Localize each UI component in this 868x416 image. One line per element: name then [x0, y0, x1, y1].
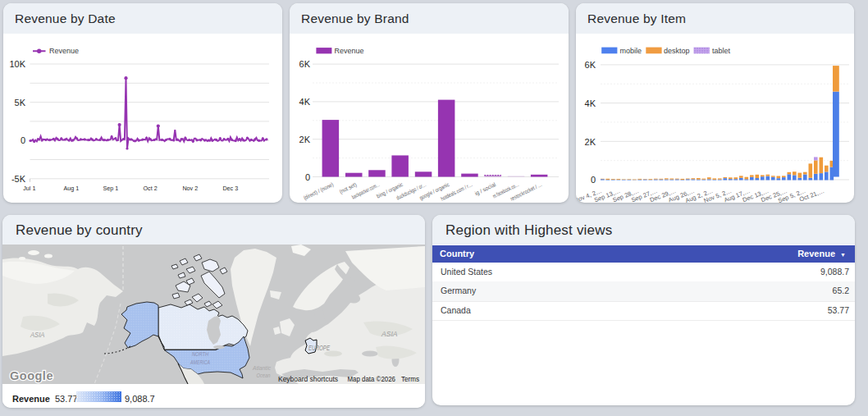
- svg-text:Dec 3: Dec 3: [222, 185, 238, 192]
- svg-text:6K: 6K: [299, 59, 311, 69]
- svg-text:0: 0: [305, 172, 310, 182]
- svg-text:4K: 4K: [585, 98, 596, 108]
- svg-text:Revenue: Revenue: [49, 47, 79, 55]
- svg-text:tablet: tablet: [712, 47, 731, 55]
- svg-text:2K: 2K: [585, 137, 596, 147]
- svg-text:ASIA: ASIA: [30, 331, 44, 339]
- svg-text:Map data ©2026: Map data ©2026: [348, 374, 396, 383]
- svg-text:Atlantic: Atlantic: [252, 364, 271, 372]
- svg-text:NORTH: NORTH: [192, 350, 208, 358]
- svg-text:ASIA: ASIA: [381, 330, 397, 338]
- svg-text:Ocean: Ocean: [257, 372, 271, 379]
- svg-text:desktop: desktop: [664, 47, 690, 55]
- svg-text:5K: 5K: [15, 98, 26, 107]
- svg-text:4K: 4K: [299, 97, 311, 107]
- svg-text:Google: Google: [10, 369, 53, 382]
- svg-text:Terms: Terms: [401, 374, 419, 383]
- svg-text:Nov 2: Nov 2: [182, 185, 198, 192]
- svg-text:EUROPE: EUROPE: [308, 344, 330, 352]
- svg-text:mobile: mobile: [620, 47, 642, 55]
- svg-text:6K: 6K: [585, 60, 596, 70]
- svg-text:Sep 1: Sep 1: [103, 185, 118, 192]
- svg-text:AMERICA: AMERICA: [190, 359, 210, 366]
- svg-text:Aug 1: Aug 1: [63, 185, 79, 192]
- svg-text:10K: 10K: [9, 59, 25, 69]
- svg-text:Jul 1: Jul 1: [23, 185, 35, 192]
- svg-text:(direct) / (none): (direct) / (none): [303, 181, 335, 202]
- svg-text:2K: 2K: [299, 135, 311, 144]
- svg-text:0: 0: [21, 135, 25, 145]
- svg-text:0: 0: [591, 175, 596, 185]
- svg-text:-5K: -5K: [11, 174, 26, 184]
- svg-text:Oct 2: Oct 2: [144, 185, 158, 192]
- svg-text:Keyboard shortcuts: Keyboard shortcuts: [278, 374, 338, 383]
- svg-text:Revenue: Revenue: [335, 47, 364, 55]
